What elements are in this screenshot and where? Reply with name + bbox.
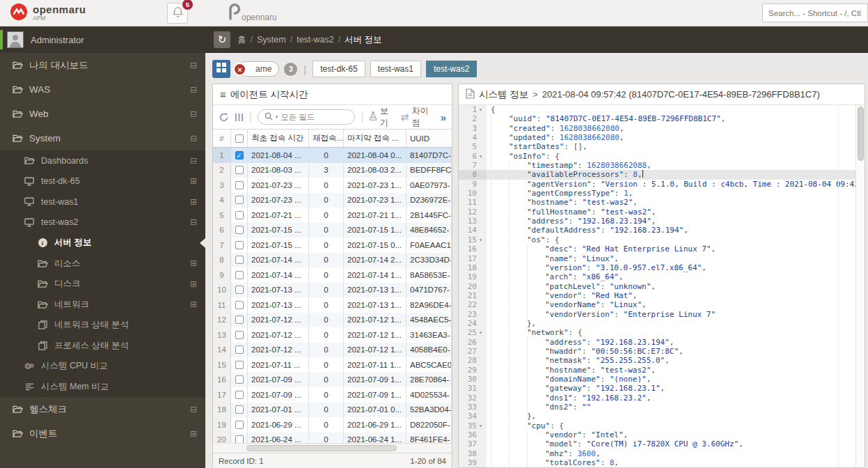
expand-icon[interactable]: ⊞ xyxy=(190,197,197,207)
line-number-gutter[interactable]: 21 xyxy=(459,291,487,300)
line-number-gutter[interactable]: 28 xyxy=(459,356,487,365)
sidebar-item-system-cpu-compare[interactable]: ⚙⚙시스템 CPU 비교 xyxy=(0,356,205,377)
row-checkbox[interactable] xyxy=(235,181,244,189)
fold-arrow-icon[interactable]: ▾ xyxy=(477,152,484,161)
line-number-gutter[interactable]: 19 xyxy=(459,272,487,281)
line-number-gutter[interactable]: 6▾ xyxy=(459,152,487,161)
collapse-icon[interactable]: ⊟ xyxy=(190,134,197,143)
line-number-gutter[interactable]: 4 xyxy=(459,133,487,142)
cell-checkbox[interactable] xyxy=(231,223,248,238)
refresh-button[interactable]: ↻ xyxy=(214,31,230,48)
row-checkbox[interactable] xyxy=(235,421,244,429)
collapse-icon[interactable]: ⊟ xyxy=(190,85,197,95)
json-code-editor[interactable]: 1▾{2"uuid": "81407D7C-0E17-4E54-89EB-729… xyxy=(459,105,865,467)
breadcrumb-item-1[interactable]: 홈 xyxy=(237,34,246,46)
line-number-gutter[interactable]: 13 xyxy=(459,217,487,226)
row-checkbox[interactable] xyxy=(235,361,244,369)
cell-checkbox[interactable] xyxy=(231,403,248,418)
line-number-gutter[interactable]: 26 xyxy=(459,338,487,347)
reload-grid-button[interactable] xyxy=(219,112,229,123)
field-search-input[interactable] xyxy=(281,113,345,121)
table-row[interactable]: 132021-07-12 ...02021-07-12 1...31463EA3… xyxy=(213,327,452,343)
table-row[interactable]: 1✓2021-08-04 ...02021-08-04 0...81407D7C… xyxy=(213,148,452,163)
table-row[interactable]: 22021-08-03 ...32021-08-03 2...BEDFF8FC- xyxy=(213,163,452,178)
user-box[interactable]: Administrator xyxy=(0,26,205,53)
line-number-gutter[interactable]: 25▾ xyxy=(459,328,487,337)
expand-icon[interactable]: ⊞ xyxy=(190,429,197,439)
row-checkbox[interactable] xyxy=(235,196,244,204)
dashboard-grid-button[interactable] xyxy=(212,60,230,78)
line-number-gutter[interactable]: 17 xyxy=(459,254,487,263)
line-number-gutter[interactable]: 12 xyxy=(459,208,487,217)
row-checkbox[interactable] xyxy=(235,315,244,324)
remove-filter-icon[interactable]: × xyxy=(233,63,246,76)
cell-checkbox[interactable] xyxy=(231,193,248,208)
tab-test-was1[interactable]: test-was1 xyxy=(370,61,421,77)
cell-checkbox[interactable] xyxy=(231,417,248,432)
line-number-gutter[interactable]: 16 xyxy=(459,244,487,254)
line-number-gutter[interactable]: 23 xyxy=(459,310,487,319)
table-row[interactable]: 92021-07-14 ...02021-07-14 1...8A58653E- xyxy=(213,267,452,283)
cell-checkbox[interactable]: ✓ xyxy=(231,148,248,163)
table-row[interactable]: 102021-07-13 ...02021-07-13 1...0471D767… xyxy=(213,283,452,298)
line-number-gutter[interactable]: 24 xyxy=(459,319,487,328)
cell-checkbox[interactable] xyxy=(231,208,248,223)
line-number-gutter[interactable]: 3 xyxy=(459,124,487,133)
line-number-gutter[interactable]: 29 xyxy=(459,366,487,375)
line-number-gutter[interactable]: 34 xyxy=(459,412,487,421)
line-number-gutter[interactable]: 11 xyxy=(459,198,487,207)
table-row[interactable]: 112021-07-13 ...02021-07-13 1...82A96DE4… xyxy=(213,297,452,313)
table-row[interactable]: 142021-07-12 ...02021-07-12 1...4058B4E0… xyxy=(213,343,452,358)
sidebar-item-resources[interactable]: 리소스⊞ xyxy=(0,254,205,274)
agent-panel-header[interactable]: ≡ 에이전트 시작시간 xyxy=(213,84,452,105)
sidebar-item-test-dk-65[interactable]: test-dk-65⊞ xyxy=(0,171,205,192)
filter-chip[interactable]: × ame xyxy=(238,61,279,77)
row-checkbox[interactable] xyxy=(235,256,244,264)
sidebar-item-system[interactable]: System⊟ xyxy=(0,126,205,150)
view-button[interactable]: 보기 xyxy=(369,105,395,129)
line-number-gutter[interactable]: 31 xyxy=(459,384,487,393)
collapse-icon[interactable]: ⊟ xyxy=(190,217,197,227)
cell-checkbox[interactable] xyxy=(231,267,248,283)
collapse-icon[interactable]: ⊟ xyxy=(190,405,197,414)
line-number-gutter[interactable]: 33 xyxy=(459,403,487,412)
column-header-select-all[interactable] xyxy=(231,130,248,147)
header-checkbox[interactable] xyxy=(235,134,244,143)
collapse-icon[interactable]: ⊟ xyxy=(190,156,197,166)
row-checkbox[interactable] xyxy=(235,391,244,399)
sidebar-item-network-status-analysis[interactable]: 네트워크 상태 분석 xyxy=(0,315,205,336)
collapse-icon[interactable]: ⊟ xyxy=(190,61,197,70)
line-number-gutter[interactable]: 15▾ xyxy=(459,235,487,244)
line-number-gutter[interactable]: 5 xyxy=(459,142,487,151)
row-checkbox[interactable] xyxy=(235,345,244,354)
global-search-input[interactable] xyxy=(762,3,868,22)
line-number-gutter[interactable]: 10 xyxy=(459,189,487,198)
sidebar-item-my-dashboard[interactable]: 나의 대시보드⊟ xyxy=(0,53,205,77)
row-checkbox[interactable] xyxy=(235,166,244,174)
row-checkbox[interactable] xyxy=(235,375,244,384)
horizontal-scrollbar-thumb[interactable] xyxy=(246,445,397,451)
row-checkbox[interactable] xyxy=(235,271,244,279)
cell-checkbox[interactable] xyxy=(231,163,248,178)
fold-arrow-icon[interactable]: ▾ xyxy=(477,328,484,337)
breadcrumb-item-3[interactable]: test-was2 xyxy=(297,35,334,45)
sidebar-item-system-mem-compare[interactable]: 시스템 Mem 비교 xyxy=(0,377,205,398)
row-checkbox[interactable] xyxy=(235,211,244,219)
table-row[interactable]: 32021-07-23 ...02021-07-23 1...0AE07973- xyxy=(213,178,452,193)
sidebar-item-server-info[interactable]: i서버 정보 xyxy=(0,233,205,254)
line-number-gutter[interactable]: 38 xyxy=(459,449,487,458)
sidebar-item-test-was2[interactable]: test-was2⊟ xyxy=(0,212,205,233)
line-number-gutter[interactable]: 36 xyxy=(459,430,487,439)
cell-checkbox[interactable] xyxy=(231,178,248,193)
line-number-gutter[interactable]: 30 xyxy=(459,375,487,384)
columns-button[interactable] xyxy=(235,113,244,122)
breadcrumb-item-2[interactable]: System xyxy=(257,35,286,45)
row-checkbox[interactable]: ✓ xyxy=(235,151,244,159)
diff-button[interactable]: ⇄ 차이점 xyxy=(401,105,435,129)
line-number-gutter[interactable]: 37 xyxy=(459,439,487,448)
cell-checkbox[interactable] xyxy=(231,313,248,328)
sidebar-item-process-status-analysis[interactable]: 프로세스 상태 분석 xyxy=(0,336,205,357)
collapse-icon[interactable]: ⊟ xyxy=(190,109,197,119)
notification-bell-button[interactable]: 5 xyxy=(167,3,188,24)
sidebar-item-disk[interactable]: 디스크⊞ xyxy=(0,274,205,295)
